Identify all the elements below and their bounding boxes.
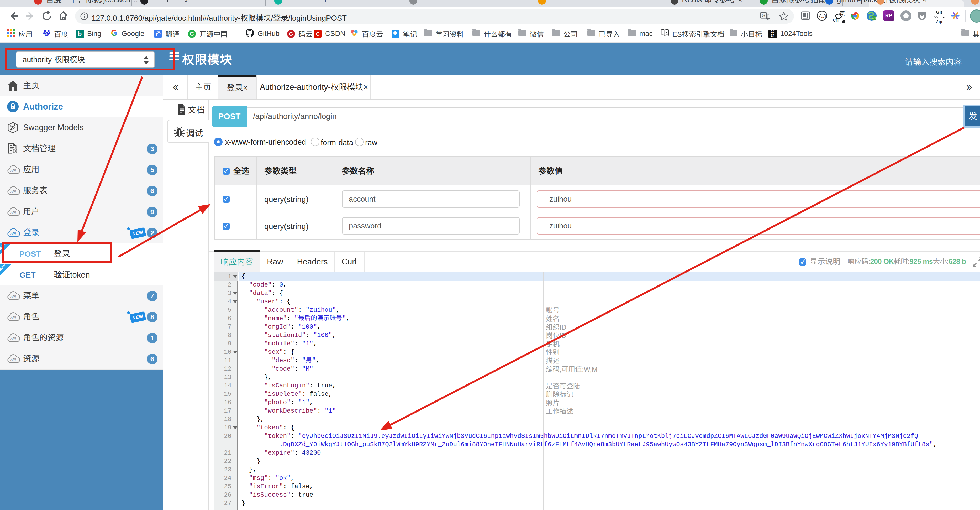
svg-text:API: API (10, 169, 16, 172)
svg-text:du: du (45, 33, 48, 36)
svg-text:G: G (762, 13, 765, 18)
svg-text:API: API (10, 190, 16, 194)
svg-text:API: API (10, 210, 16, 215)
svg-text:{…}: {…} (819, 14, 827, 19)
svg-text:API: API (10, 232, 16, 236)
svg-text:API: API (10, 295, 16, 299)
svg-text:API: API (10, 316, 16, 320)
svg-text:API: API (10, 337, 16, 341)
svg-text:API: API (10, 358, 16, 362)
